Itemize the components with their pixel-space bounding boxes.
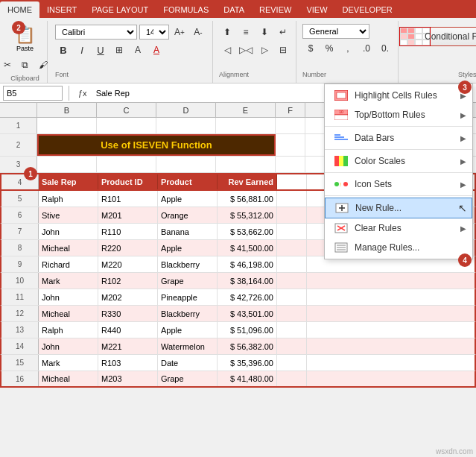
cell-f3[interactable] — [276, 157, 305, 172]
menu-item-manage-rules[interactable]: Manage Rules... — [325, 238, 472, 257]
underline-button[interactable]: U — [92, 42, 109, 58]
cell-sale-rep[interactable]: Ralph — [39, 322, 98, 338]
cell-f-8[interactable] — [277, 240, 307, 256]
border-button[interactable]: ⊞ — [111, 42, 127, 58]
col-header-e[interactable]: E — [216, 103, 276, 117]
cell-rev[interactable]: $ 41,500.00 — [218, 240, 277, 256]
align-bottom-button[interactable]: ⬇ — [256, 24, 273, 40]
cell-f-9[interactable] — [277, 256, 307, 272]
cell-rev[interactable]: $ 53,662.00 — [218, 224, 277, 239]
menu-item-color-scales[interactable]: Color Scales ▶ — [325, 151, 472, 171]
col-header-c[interactable]: C — [97, 103, 156, 117]
percent-button[interactable]: % — [321, 40, 337, 57]
cell-sale-rep[interactable]: John — [39, 338, 98, 354]
align-right-button[interactable]: ▷ — [256, 42, 273, 58]
col-header-f[interactable]: F — [276, 103, 305, 117]
cell-product-id[interactable]: R330 — [98, 306, 158, 321]
cell-f-11[interactable] — [277, 289, 307, 305]
font-size-select[interactable]: 14 — [139, 25, 169, 40]
cell-product[interactable]: Date — [158, 355, 218, 371]
merge-button[interactable]: ⊟ — [275, 42, 291, 58]
cell-product-id[interactable]: R110 — [98, 224, 158, 239]
cell-c3[interactable] — [97, 157, 156, 172]
cell-sale-rep[interactable]: Stive — [39, 207, 98, 223]
copy-button[interactable]: ⧉ — [17, 57, 34, 73]
cell-f-6[interactable] — [277, 207, 307, 223]
cell-product-id[interactable]: M221 — [98, 338, 158, 354]
cell-sale-rep[interactable]: Ralph — [39, 191, 98, 207]
menu-item-clear-rules[interactable]: Clear Rules ▶ — [325, 218, 472, 238]
cell-f-7[interactable] — [277, 224, 307, 239]
cell-rev[interactable]: $ 35,396.00 — [218, 355, 277, 371]
cell-d1[interactable] — [156, 118, 216, 133]
cell-product[interactable]: Watermelon — [158, 338, 218, 354]
cell-rev[interactable]: $ 51,096.00 — [218, 322, 277, 338]
header-sale-rep[interactable]: Sale Rep — [39, 174, 98, 189]
cell-f-13[interactable] — [277, 322, 307, 338]
dollar-button[interactable]: $ — [302, 40, 319, 57]
shrink-font-button[interactable]: A- — [190, 24, 206, 40]
cell-f1[interactable] — [276, 118, 305, 133]
cell-product-id[interactable]: M201 — [98, 207, 158, 223]
cell-product-id[interactable]: M220 — [98, 256, 158, 272]
tab-formulas[interactable]: FORMULAS — [156, 1, 216, 18]
cell-sale-rep[interactable]: Richard — [39, 256, 98, 272]
cell-product[interactable]: Blackberry — [158, 306, 218, 321]
cell-sale-rep[interactable]: Mark — [39, 273, 98, 289]
italic-button[interactable]: I — [74, 42, 90, 58]
cell-e3[interactable] — [216, 157, 276, 172]
name-box[interactable] — [3, 86, 63, 101]
cell-product-id[interactable]: M202 — [98, 289, 158, 305]
cell-e1[interactable] — [216, 118, 276, 133]
align-center-button[interactable]: ▷◁ — [238, 42, 254, 58]
cell-f-12[interactable] — [277, 306, 307, 321]
cell-f4[interactable] — [277, 174, 307, 189]
cell-b1[interactable] — [37, 118, 97, 133]
cell-product-id[interactable]: R220 — [98, 240, 158, 256]
number-format-select[interactable]: General — [302, 24, 369, 39]
cell-f2[interactable] — [276, 134, 305, 156]
cell-product[interactable]: Pineapple — [158, 289, 218, 305]
comma-button[interactable]: , — [340, 40, 356, 57]
cell-c1[interactable] — [97, 118, 156, 133]
cell-rev[interactable]: $ 55,312.00 — [218, 207, 277, 223]
header-product[interactable]: Product — [158, 174, 218, 189]
cell-sale-rep[interactable]: John — [39, 289, 98, 305]
cell-product[interactable]: Apple — [158, 240, 218, 256]
cell-product[interactable]: Grape — [158, 371, 218, 386]
bold-button[interactable]: B — [55, 42, 72, 58]
menu-item-top-bottom[interactable]: 10 Top/Bottom Rules ▶ — [325, 105, 472, 125]
cell-sale-rep[interactable]: Micheal — [39, 306, 98, 321]
cell-rev[interactable]: $ 42,726.00 — [218, 289, 277, 305]
font-name-select[interactable]: Calibri — [55, 25, 137, 40]
tab-view[interactable]: VIEW — [299, 1, 334, 18]
menu-item-highlight[interactable]: Highlight Cells Rules ▶ — [325, 86, 472, 105]
cell-product-id[interactable]: M203 — [98, 371, 158, 386]
cell-product[interactable]: Grape — [158, 273, 218, 289]
cell-sale-rep[interactable]: Micheal — [39, 371, 98, 386]
conditional-formatting-button[interactable]: Conditional Formatting ▾ — [402, 27, 476, 46]
cell-b3[interactable] — [37, 157, 97, 172]
cell-sale-rep[interactable]: Mark — [39, 355, 98, 371]
font-color-button[interactable]: A — [148, 42, 165, 58]
cell-f-16[interactable] — [277, 371, 307, 386]
cell-f-14[interactable] — [277, 338, 307, 354]
align-middle-button[interactable]: ≡ — [238, 24, 254, 40]
col-header-d[interactable]: D — [156, 103, 216, 117]
cell-product-id[interactable]: R102 — [98, 273, 158, 289]
header-rev-earned[interactable]: Rev Earned — [218, 174, 277, 189]
cell-rev[interactable]: $ 41,480.00 — [218, 371, 277, 386]
tab-review[interactable]: REVIEW — [252, 1, 299, 18]
cell-rev[interactable]: $ 43,501.00 — [218, 306, 277, 321]
cell-product[interactable]: Apple — [158, 191, 218, 207]
grow-font-button[interactable]: A+ — [171, 24, 188, 40]
menu-item-icon-sets[interactable]: ! Icon Sets ▶ — [325, 174, 472, 194]
cell-rev[interactable]: $ 38,164.00 — [218, 273, 277, 289]
cell-product-id[interactable]: R101 — [98, 191, 158, 207]
wrap-text-button[interactable]: ↵ — [275, 24, 291, 40]
col-header-b[interactable]: B — [37, 103, 97, 117]
cut-button[interactable]: ✂ — [0, 57, 16, 73]
cell-product-id[interactable]: R440 — [98, 322, 158, 338]
fill-color-button[interactable]: A — [130, 42, 146, 58]
cell-product-id[interactable]: R103 — [98, 355, 158, 371]
